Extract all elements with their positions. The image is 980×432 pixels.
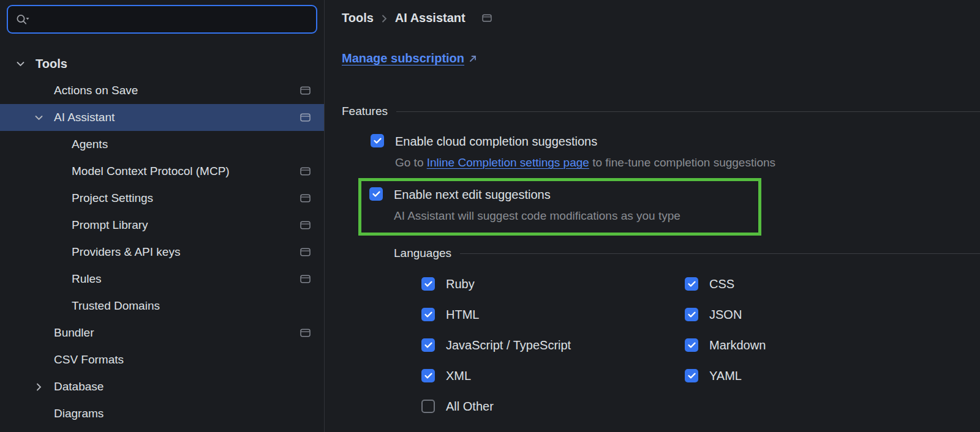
settings-sidebar: Tools Actions on Save AI Assistant Agent…	[0, 0, 325, 432]
language-html[interactable]: HTML	[421, 307, 685, 322]
search-icon	[15, 13, 30, 26]
html-checkbox[interactable]	[421, 308, 435, 321]
sidebar-item-rules[interactable]: Rules	[0, 266, 324, 292]
language-css[interactable]: CSS	[685, 276, 980, 292]
window-icon	[482, 14, 492, 22]
chevron-right-icon	[382, 15, 387, 23]
sidebar-item-providers-api-keys[interactable]: Providers & API keys	[0, 239, 324, 266]
sidebar-item-label: Model Context Protocol (MCP)	[72, 165, 230, 178]
chevron-down-icon[interactable]	[34, 113, 43, 122]
language-yaml[interactable]: YAML	[685, 368, 980, 384]
sidebar-item-label: Agents	[72, 138, 108, 151]
sidebar-item-label: Database	[54, 380, 104, 393]
sidebar-item-prompt-library[interactable]: Prompt Library	[0, 212, 324, 239]
cloud-completion-checkbox[interactable]	[371, 134, 384, 147]
all-other-checkbox[interactable]	[421, 400, 435, 413]
sidebar-item-ai-assistant[interactable]: AI Assistant	[0, 104, 324, 131]
languages-title: Languages	[394, 247, 451, 260]
external-link-icon	[469, 54, 477, 63]
language-label: Markdown	[709, 338, 766, 352]
sidebar-item-label: Tools	[36, 57, 67, 71]
next-edit-checkbox[interactable]	[369, 187, 383, 201]
sidebar-item-label: Diagrams	[54, 407, 104, 420]
sidebar-item-label: AI Assistant	[54, 111, 115, 124]
xml-checkbox[interactable]	[421, 369, 435, 382]
features-section-header: Features	[342, 105, 980, 118]
window-icon	[300, 86, 311, 95]
annotation-highlight-box: Enable next edit suggestions AI Assistan…	[358, 178, 761, 236]
settings-search-box[interactable]	[7, 5, 317, 34]
sidebar-item-database[interactable]: Database	[0, 373, 324, 400]
divider	[460, 253, 980, 254]
sidebar-item-label: CSV Formats	[54, 353, 124, 367]
sidebar-item-label: Prompt Library	[72, 218, 148, 232]
sidebar-item-label: Trusted Domains	[72, 299, 160, 313]
sidebar-item-trusted-domains[interactable]: Trusted Domains	[0, 292, 324, 319]
language-all-other[interactable]: All Other	[421, 398, 685, 414]
window-icon	[300, 221, 311, 229]
sidebar-item-mcp[interactable]: Model Context Protocol (MCP)	[0, 158, 324, 185]
language-label: CSS	[709, 277, 734, 291]
sidebar-item-csv-formats[interactable]: CSV Formats	[0, 346, 324, 373]
sidebar-item-label: Project Settings	[72, 192, 153, 205]
sidebar-item-label: Actions on Save	[54, 84, 138, 97]
sidebar-item-bundler[interactable]: Bundler	[0, 319, 324, 346]
next-edit-row: Enable next edit suggestions AI Assistan…	[369, 187, 748, 223]
language-label: HTML	[446, 308, 479, 322]
cloud-completion-label[interactable]: Enable cloud completion suggestions	[395, 134, 775, 149]
json-checkbox[interactable]	[685, 308, 698, 321]
sidebar-item-label: Bundler	[54, 326, 94, 340]
settings-content: Tools AI Assistant Manage subscription F…	[325, 0, 980, 432]
ruby-checkbox[interactable]	[421, 277, 435, 291]
language-label: All Other	[446, 400, 494, 414]
sidebar-item-label: Providers & API keys	[72, 245, 180, 259]
language-label: XML	[446, 369, 471, 383]
language-label: YAML	[709, 369, 742, 383]
sidebar-item-project-settings[interactable]: Project Settings	[0, 185, 324, 212]
languages-grid: Ruby CSS HTML JSON	[421, 276, 980, 414]
yaml-checkbox[interactable]	[685, 369, 698, 382]
language-json[interactable]: JSON	[685, 307, 980, 322]
sidebar-item-tools[interactable]: Tools	[0, 50, 324, 77]
language-xml[interactable]: XML	[421, 368, 685, 384]
window-icon	[300, 248, 311, 256]
breadcrumb-ai-assistant[interactable]: AI Assistant	[395, 11, 466, 25]
search-input[interactable]	[35, 12, 309, 27]
language-markdown[interactable]: Markdown	[685, 337, 980, 353]
breadcrumb: Tools AI Assistant	[342, 0, 980, 25]
chevron-right-icon[interactable]	[34, 382, 43, 391]
next-edit-label[interactable]: Enable next edit suggestions	[394, 187, 680, 202]
cloud-completion-description: Go to Inline Completion settings page to…	[395, 156, 775, 169]
sidebar-item-label: Rules	[72, 272, 102, 286]
javascript-typescript-checkbox[interactable]	[421, 338, 435, 352]
features-title: Features	[342, 105, 388, 118]
sidebar-item-diagrams[interactable]: Diagrams	[0, 400, 324, 427]
window-icon	[300, 194, 311, 203]
chevron-down-icon[interactable]	[16, 59, 24, 68]
languages-section: Languages Ruby CSS HTML	[394, 247, 980, 414]
cloud-completion-row: Enable cloud completion suggestions Go t…	[371, 134, 980, 169]
window-icon	[300, 329, 311, 337]
divider	[396, 111, 980, 112]
next-edit-description: AI Assistant will suggest code modificat…	[394, 209, 680, 223]
language-label: JavaScript / TypeScript	[446, 338, 571, 352]
languages-section-header: Languages	[394, 247, 980, 260]
window-icon	[300, 167, 311, 176]
language-ruby[interactable]: Ruby	[421, 276, 685, 292]
manage-subscription-link[interactable]: Manage subscription	[342, 51, 477, 65]
settings-tree: Tools Actions on Save AI Assistant Agent…	[0, 50, 324, 427]
css-checkbox[interactable]	[685, 277, 698, 291]
sidebar-item-actions-on-save[interactable]: Actions on Save	[0, 77, 324, 104]
inline-completion-settings-link[interactable]: Inline Completion settings page	[427, 156, 589, 169]
language-javascript-typescript[interactable]: JavaScript / TypeScript	[421, 337, 685, 353]
sidebar-item-agents[interactable]: Agents	[0, 131, 324, 158]
language-label: JSON	[709, 308, 742, 322]
markdown-checkbox[interactable]	[685, 338, 698, 352]
window-icon	[300, 275, 311, 283]
breadcrumb-tools[interactable]: Tools	[342, 11, 374, 25]
window-icon	[300, 113, 311, 122]
language-label: Ruby	[446, 277, 475, 291]
